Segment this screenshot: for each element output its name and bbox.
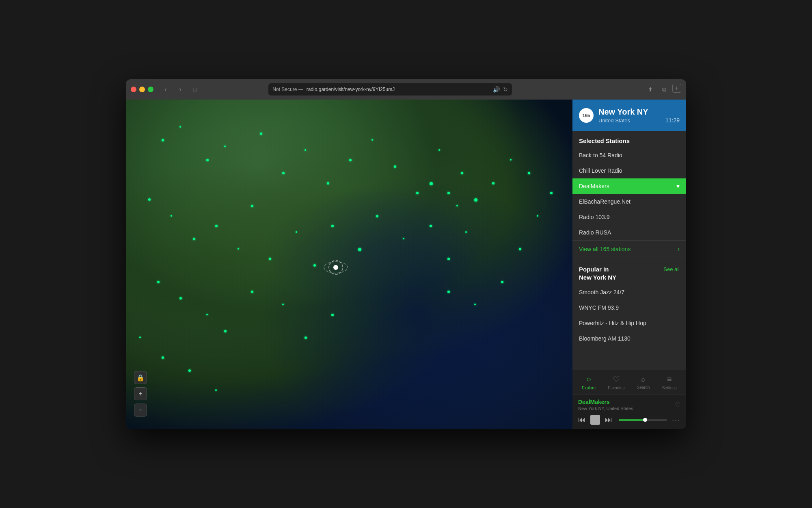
nav-search[interactable]: ⌕ Search (632, 373, 655, 392)
browser-window: ‹ › □ Not Secure — radio.garden/visit/ne… (126, 79, 686, 429)
back-button[interactable]: ‹ (160, 84, 171, 95)
station-dot[interactable] (296, 231, 297, 233)
nav-settings[interactable]: ≡ Settings (657, 372, 682, 393)
maximize-button[interactable] (148, 87, 153, 92)
security-label: Not Secure — (272, 87, 303, 92)
station-dot[interactable] (465, 231, 467, 233)
station-dot[interactable] (206, 314, 208, 315)
now-playing-heart-icon[interactable]: ♡ (675, 401, 680, 409)
station-dot[interactable] (430, 225, 432, 227)
address-url: radio.garden/visit/new-york-ny/9YI25umJ (307, 87, 395, 92)
station-dot[interactable] (327, 182, 329, 185)
station-dot[interactable] (269, 258, 271, 260)
station-dot[interactable] (331, 225, 334, 227)
refresh-icon[interactable]: ↻ (503, 86, 508, 93)
sidebar: 165 New York NY United States 11:29 Sele… (572, 100, 686, 429)
station-item-radiorusa[interactable]: Radio RUSA (572, 225, 686, 240)
station-dot[interactable] (148, 198, 151, 201)
station-dot[interactable] (492, 182, 495, 185)
map-controls: 🔒 + − (134, 371, 147, 417)
station-dot[interactable] (519, 248, 521, 250)
share-button[interactable]: ⬆ (645, 84, 656, 95)
station-dot[interactable] (206, 159, 209, 161)
station-dot[interactable] (251, 291, 253, 293)
station-dot[interactable] (157, 281, 160, 283)
more-options-button[interactable]: ··· (672, 416, 680, 424)
station-dot[interactable] (501, 281, 503, 283)
volume-track[interactable] (619, 419, 667, 421)
tab-icon[interactable]: □ (189, 84, 201, 95)
city-country: United States (598, 117, 661, 124)
station-dot[interactable] (238, 248, 239, 250)
station-dot[interactable] (376, 215, 378, 217)
station-dot[interactable] (430, 182, 433, 185)
station-item-smoothjazz[interactable]: Smooth Jazz 24/7 (572, 284, 686, 300)
station-dot[interactable] (474, 198, 477, 202)
volume-control[interactable] (619, 419, 667, 421)
popular-title: Popular inNew York NY (579, 265, 616, 281)
station-dot[interactable] (331, 314, 334, 316)
new-tab-button[interactable]: + (672, 84, 681, 93)
now-playing-station: DealMakers (578, 399, 633, 405)
volume-thumb[interactable] (643, 418, 647, 422)
city-time: 11:29 (665, 117, 680, 124)
lock-button[interactable]: 🔒 (134, 371, 147, 384)
minimize-button[interactable] (139, 87, 145, 92)
station-dot[interactable] (447, 192, 450, 194)
station-dot[interactable] (537, 215, 538, 217)
station-name-smoothjazz: Smooth Jazz 24/7 (579, 289, 624, 295)
rewind-button[interactable]: ⏮ (578, 416, 585, 424)
station-dot[interactable] (510, 159, 512, 161)
view-all-text: View all 165 stations (579, 246, 631, 252)
forward-button[interactable]: › (175, 84, 186, 95)
station-dot[interactable] (447, 291, 450, 293)
heart-icon-dealmakers[interactable]: ♥ (676, 183, 680, 189)
station-item-elbacha[interactable]: ElBachaRengue.Net (572, 194, 686, 209)
station-item-dealmakers[interactable]: DealMakers ♥ (572, 178, 686, 194)
station-item-wnyc[interactable]: WNYC FM 93.9 (572, 300, 686, 315)
see-all-link[interactable]: See all (663, 266, 680, 272)
explore-icon: ○ (586, 375, 591, 384)
station-name-radio1039: Radio 103.9 (579, 214, 610, 220)
station-name-chillover: Chill Lover Radio (579, 167, 622, 174)
map-area[interactable]: 🔒 + − (126, 100, 572, 429)
station-dot[interactable] (447, 258, 450, 260)
zoom-in-button[interactable]: + (134, 387, 147, 400)
station-dot[interactable] (179, 297, 182, 300)
station-item-powerhitz[interactable]: Powerhitz - Hitz & Hip Hop (572, 315, 686, 331)
station-dot[interactable] (162, 356, 164, 359)
station-dot[interactable] (550, 192, 553, 194)
station-dot[interactable] (179, 126, 181, 128)
station-dot[interactable] (304, 149, 306, 151)
station-dot[interactable] (394, 165, 396, 168)
nav-favorites[interactable]: ♡ Favorites (603, 372, 629, 393)
station-dot[interactable] (313, 264, 316, 267)
station-dot[interactable] (171, 215, 172, 217)
nav-explore[interactable]: ○ Explore (577, 372, 600, 393)
zoom-out-button[interactable]: − (134, 404, 147, 417)
location-marker (333, 265, 338, 270)
view-all-button[interactable]: View all 165 stations › (572, 240, 686, 258)
overview-button[interactable]: ⧉ (659, 84, 670, 95)
station-item-radio1039[interactable]: Radio 103.9 (572, 209, 686, 225)
city-header: 165 New York NY United States 11:29 (572, 100, 686, 131)
station-item-back54[interactable]: Back to 54 Radio (572, 148, 686, 163)
station-dot[interactable] (349, 159, 352, 161)
station-name-powerhitz: Powerhitz - Hitz & Hip Hop (579, 320, 646, 326)
stop-button[interactable] (590, 415, 600, 425)
close-button[interactable] (131, 87, 136, 92)
address-bar[interactable]: Not Secure — radio.garden/visit/new-york… (268, 83, 512, 96)
fast-forward-button[interactable]: ⏭ (605, 416, 612, 424)
station-name-dealmakers: DealMakers (579, 183, 609, 189)
station-dot[interactable] (260, 132, 262, 135)
station-dot[interactable] (215, 225, 218, 227)
station-item-chillover[interactable]: Chill Lover Radio (572, 163, 686, 178)
station-dot[interactable] (215, 389, 217, 391)
sidebar-scroll[interactable]: Selected Stations Back to 54 Radio Chill… (572, 131, 686, 370)
station-dot[interactable] (416, 192, 419, 194)
station-item-bloomberg[interactable]: Bloomberg AM 1130 (572, 331, 686, 346)
station-dot[interactable] (358, 248, 361, 251)
station-dot[interactable] (438, 149, 440, 151)
traffic-lights (131, 87, 153, 92)
station-dot[interactable] (224, 330, 227, 332)
